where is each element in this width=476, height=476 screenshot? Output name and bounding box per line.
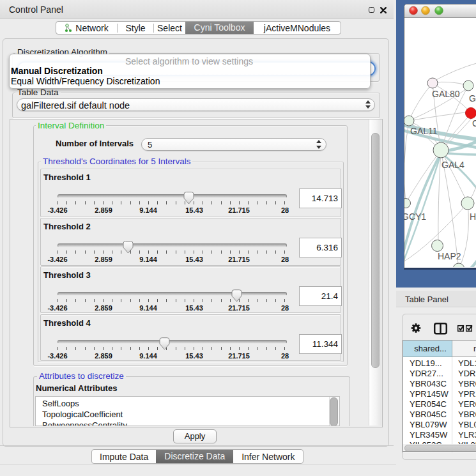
svg-text:GAL80: GAL80 [432,89,460,99]
svg-text:GAL11: GAL11 [410,126,438,136]
svg-text:C: C [472,118,476,128]
svg-text:GA: GA [469,93,476,104]
svg-text:GAL4: GAL4 [441,160,464,170]
svg-text:HAP2: HAP2 [438,251,461,261]
svg-text:H: H [470,211,476,222]
svg-text:GCY1: GCY1 [404,211,426,222]
